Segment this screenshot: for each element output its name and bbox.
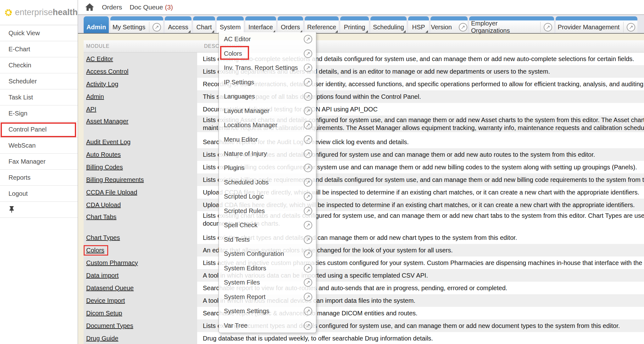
menu-item-system-settings[interactable]: System Settings↗ — [219, 304, 316, 318]
menu-item-inv-trans-report-settings[interactable]: Inv. Trans. Report Settings↗ — [219, 61, 316, 75]
module-link-audit-event-log[interactable]: Audit Event Log — [86, 138, 130, 146]
module-link-activity-log[interactable]: Activity Log — [86, 81, 118, 88]
menu-item-system-configuration[interactable]: System Configuration↗ — [219, 247, 316, 261]
menu-item-spell-check[interactable]: Spell Check↗ — [219, 218, 316, 232]
menu-item-ip-settings[interactable]: IP Settings↗ — [219, 75, 316, 89]
menu-item-locations-manager[interactable]: Locations Manager↗ — [219, 118, 316, 132]
external-link-icon[interactable]: ↗ — [304, 250, 312, 258]
external-link-icon[interactable]: ↗ — [304, 92, 312, 101]
tab-chart[interactable]: Chart — [193, 16, 215, 34]
tab-my-settings[interactable]: My Settings↗ — [110, 16, 163, 34]
external-link-icon[interactable]: ↗ — [304, 207, 312, 215]
module-link-billing-codes[interactable]: Billing Codes — [86, 164, 123, 171]
menu-item-layout-manager[interactable]: Layout Manager↗ — [219, 104, 316, 118]
module-link-device-import[interactable]: Device Import — [86, 297, 125, 304]
sidebar-item-e-chart[interactable]: E-Chart — [0, 41, 78, 57]
tab-admin[interactable]: Admin — [84, 16, 109, 34]
external-link-icon[interactable]: ↗ — [304, 107, 312, 115]
tab-interface[interactable]: Interface — [245, 16, 276, 34]
sidebar-item-reports[interactable]: Reports — [0, 170, 78, 186]
tab-access[interactable]: Access — [165, 16, 192, 34]
menu-item-scheduled-jobs[interactable]: Scheduled Jobs↗ — [219, 175, 316, 189]
breadcrumb-doc-queue[interactable]: Doc Queue(3) — [130, 3, 173, 11]
menu-item-label: System Settings — [224, 307, 304, 315]
module-link-chart-types[interactable]: Chart Types — [86, 234, 120, 241]
tab-provider-management[interactable]: Provider Management↗ — [556, 16, 637, 34]
menu-item-languages[interactable]: Languages↗ — [219, 89, 316, 104]
module-link-data-import[interactable]: Data import — [86, 272, 119, 279]
menu-item-ac-editor[interactable]: AC Editor↗ — [219, 32, 316, 46]
menu-item-std-tests[interactable]: Std Tests↗ — [219, 233, 316, 247]
external-link-icon[interactable]: ↗ — [304, 192, 312, 201]
external-link-icon[interactable]: ↗ — [304, 321, 312, 330]
sidebar-item-quick-view[interactable]: Quick View — [0, 25, 78, 41]
external-link-icon[interactable]: ↗ — [304, 264, 312, 273]
sidebar-item-fax-manager[interactable]: Fax Manager — [0, 154, 78, 170]
menu-item-scripted-logic[interactable]: Scripted Logic↗ — [219, 189, 316, 204]
tab-orders[interactable]: Orders — [278, 16, 303, 34]
tab-printing[interactable]: Printing — [340, 16, 369, 34]
sidebar-item-scheduler[interactable]: Scheduler — [0, 73, 78, 89]
module-link-chart-tabs[interactable]: Chart Tabs — [86, 213, 116, 221]
sidebar-item-control-panel[interactable]: Control Panel — [0, 121, 78, 138]
external-link-icon[interactable]: ↗ — [153, 23, 161, 31]
external-link-icon[interactable]: ↗ — [304, 78, 312, 87]
menu-item-menu-editor[interactable]: Menu Editor↗ — [219, 132, 316, 146]
external-link-icon[interactable]: ↗ — [304, 35, 312, 43]
module-link-ccda-file-upload[interactable]: CCDA File Upload — [86, 189, 137, 196]
tab-version[interactable]: Version↗ — [430, 16, 468, 34]
module-link-ac-editor[interactable]: AC Editor — [86, 55, 113, 63]
module-link-document-types[interactable]: Document Types — [86, 322, 133, 330]
external-link-icon[interactable]: ↗ — [627, 23, 635, 31]
module-link-asset-manager[interactable]: Asset Manager — [86, 118, 129, 125]
module-link-cda-upload[interactable]: CDA Upload — [86, 201, 121, 209]
tab-employer-organizations[interactable]: Employer Organizations↗ — [469, 16, 554, 34]
menu-item-plugins[interactable]: Plugins↗ — [219, 161, 316, 175]
breadcrumb-orders[interactable]: Orders — [102, 3, 122, 11]
module-link-billing-requirements[interactable]: Billing Requirements — [86, 176, 144, 183]
sidebar-item-logout[interactable]: Logout — [0, 186, 78, 202]
external-link-icon[interactable]: ↗ — [304, 307, 312, 315]
sidebar-pin-row[interactable] — [0, 202, 78, 218]
external-link-icon[interactable]: ↗ — [304, 164, 312, 172]
module-link-datasend-queue[interactable]: Datasend Queue — [86, 285, 134, 292]
sidebar-item-webscan[interactable]: WebScan — [0, 138, 78, 154]
module-link-dicom-setup[interactable]: Dicom Setup — [86, 310, 122, 317]
module-link-colors[interactable]: Colors — [86, 247, 104, 254]
external-link-icon[interactable]: ↗ — [304, 135, 312, 144]
external-link-icon[interactable]: ↗ — [304, 64, 312, 72]
menu-item-system-editors[interactable]: System Editors↗ — [219, 261, 316, 275]
cream-strip — [78, 228, 84, 231]
menu-item-nature-of-injury[interactable]: Nature of Injury↗ — [219, 147, 316, 161]
module-link-custom-pharmacy[interactable]: Custom Pharmacy — [86, 259, 138, 267]
menu-item-var-tree[interactable]: Var Tree↗ — [219, 318, 316, 332]
external-link-icon[interactable]: ↗ — [304, 278, 312, 287]
external-link-icon[interactable]: ↗ — [304, 149, 312, 158]
tab-system[interactable]: System — [217, 16, 244, 34]
module-cell: Billing Requirements — [84, 173, 197, 186]
tab-reference[interactable]: Reference — [305, 16, 339, 34]
external-link-icon[interactable]: ↗ — [304, 178, 312, 187]
module-link-access-control[interactable]: Access Control — [86, 68, 129, 75]
menu-item-scripted-rules[interactable]: Scripted Rules↗ — [219, 204, 316, 218]
external-link-icon[interactable]: ↗ — [459, 23, 467, 31]
tab-scheduling[interactable]: Scheduling — [370, 16, 407, 34]
module-link-api[interactable]: API — [86, 106, 96, 113]
home-icon[interactable] — [85, 3, 94, 12]
external-link-icon[interactable]: ↗ — [304, 221, 312, 229]
menu-item-system-report[interactable]: System Report↗ — [219, 290, 316, 304]
module-link-admin[interactable]: Admin — [86, 93, 104, 100]
module-link-auto-routes[interactable]: Auto Routes — [86, 151, 121, 158]
external-link-icon[interactable]: ↗ — [544, 23, 552, 31]
module-link-drug-guide[interactable]: Drug Guide — [86, 335, 118, 342]
external-link-icon[interactable]: ↗ — [304, 293, 312, 301]
sidebar-item-e-sign[interactable]: E-Sign — [0, 105, 78, 121]
sidebar-item-checkin[interactable]: Checkin — [0, 57, 78, 73]
external-link-icon[interactable]: ↗ — [304, 49, 312, 58]
external-link-icon[interactable]: ↗ — [304, 235, 312, 244]
menu-item-colors[interactable]: Colors↗ — [219, 46, 316, 60]
menu-item-system-files[interactable]: System Files↗ — [219, 275, 316, 290]
sidebar-item-task-list[interactable]: Task List — [0, 89, 78, 105]
tab-hsp[interactable]: HSP — [408, 16, 429, 34]
external-link-icon[interactable]: ↗ — [304, 121, 312, 129]
